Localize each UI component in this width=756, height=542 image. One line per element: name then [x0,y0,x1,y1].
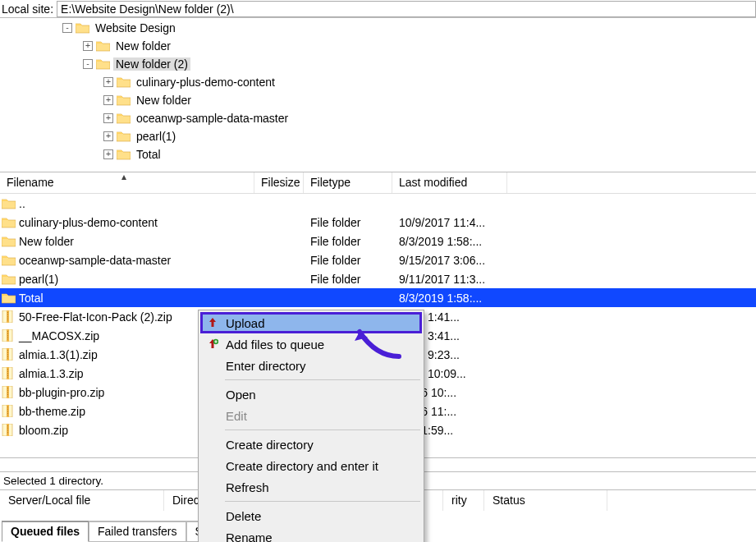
zip-icon [2,405,16,417]
folder-icon [117,94,131,106]
file-row[interactable]: pearl(1)File folder9/11/2017 11:3... [0,269,756,288]
file-modified: 9/15/2017 3:06... [392,254,507,267]
zip-icon [2,424,16,436]
tree-item[interactable]: +culinary-plus-demo-content [0,73,756,91]
tree-item[interactable]: +New folder [0,37,756,55]
menu-separator [225,379,420,380]
tab[interactable]: Queued files [2,521,89,542]
file-modified: 8/3/2019 1:58:... [392,235,507,248]
expand-icon[interactable]: + [103,149,113,159]
zip-icon [2,367,16,379]
folder-icon [2,292,16,304]
add-queue-icon [203,338,222,350]
menu-item: Edit [200,405,422,426]
annotation-arrow-icon [351,324,409,363]
menu-item-label: Rename [222,531,415,543]
file-name: culinary-plus-demo-content [19,216,158,229]
tree-item-label: New folder [113,39,173,53]
expand-icon[interactable]: + [103,113,113,123]
tree-item-label: Website Design [93,21,178,34]
menu-item[interactable]: Rename [200,526,422,542]
tree-item-label: culinary-plus-demo-content [134,76,277,89]
file-modified: 9/11/2017 11:3... [392,273,507,286]
menu-item-label: Create directory and enter it [222,459,415,473]
tree-item[interactable]: -New folder (2) [0,55,756,73]
file-modified: 10/9/2017 11:4... [392,216,507,229]
file-name: bb-plugin-pro.zip [19,386,104,399]
file-name: bloom.zip [19,424,68,437]
menu-item[interactable]: Open [200,384,422,405]
tree-item-label: pearl(1) [134,130,178,143]
folder-icon [117,113,131,124]
file-name: 50-Free-Flat-Icon-Pack (2).zip [19,310,172,324]
menu-item-label: Edit [222,409,415,423]
expand-icon[interactable]: - [62,23,72,33]
menu-item[interactable]: Refresh [200,476,422,498]
folder-icon [2,273,16,285]
col-filename[interactable]: Filename [0,172,254,193]
col-filetype[interactable]: Filetype [304,172,392,193]
col-modified[interactable]: Last modified [392,172,507,193]
file-type: File folder [304,235,392,248]
col-status[interactable]: Status [484,490,607,511]
menu-item[interactable]: Delete [200,505,422,526]
col-filesize[interactable]: Filesize [254,172,304,193]
tree-item[interactable]: +pearl(1) [0,127,756,145]
menu-item-label: Delete [222,509,415,523]
folder-icon [117,131,131,142]
upload-icon [203,317,222,328]
file-name: Total [19,292,44,305]
zip-icon [2,329,16,342]
file-name: almia.1.3(1).zip [19,348,98,361]
col-server-file[interactable]: Server/Local file [0,490,164,511]
file-name: .. [19,197,25,210]
folder-icon [76,22,89,34]
folder-tree[interactable]: -Website Design+New folder-New folder (2… [0,18,756,172]
folder-icon [2,236,16,247]
path-bar: Local site: [0,0,756,18]
menu-separator [225,501,420,502]
tree-item[interactable]: +Total [0,145,756,163]
file-type: File folder [304,273,392,286]
folder-icon [2,255,16,266]
folder-icon [117,149,131,160]
expand-icon[interactable]: + [83,41,93,51]
file-name: bb-theme.zip [19,405,85,418]
file-row[interactable]: culinary-plus-demo-contentFile folder10/… [0,213,756,232]
folder-icon [117,76,131,88]
zip-icon [2,386,16,398]
menu-item-label: Create directory [222,438,415,452]
tree-item-label: oceanwp-sample-data-master [134,112,291,125]
zip-icon [2,310,16,323]
expand-icon[interactable]: + [103,131,113,141]
tab[interactable]: Failed transfers [89,521,186,542]
path-label: Local site: [0,2,57,16]
file-row[interactable]: .. [0,194,756,213]
expand-icon[interactable]: - [83,59,93,69]
file-name: pearl(1) [19,273,58,286]
folder-icon [2,217,16,228]
folder-icon [96,40,110,52]
zip-icon [2,348,16,361]
tree-item[interactable]: +New folder [0,91,756,109]
file-name: almia.1.3.zip [19,367,84,380]
file-type: File folder [304,254,392,267]
file-type: File folder [304,216,392,229]
folder-icon [2,198,16,209]
expand-icon[interactable]: + [103,95,113,105]
file-row[interactable]: oceanwp-sample-data-masterFile folder9/1… [0,250,756,269]
col-priority[interactable]: rity [443,490,484,511]
file-row[interactable]: Total8/3/2019 1:58:... [0,288,756,307]
file-name: New folder [19,235,74,248]
file-row[interactable]: New folderFile folder8/3/2019 1:58:... [0,232,756,250]
menu-item[interactable]: Create directory [200,434,422,455]
tree-item[interactable]: +oceanwp-sample-data-master [0,109,756,127]
menu-item[interactable]: Create directory and enter it [200,455,422,476]
menu-item-label: Open [222,388,415,402]
tree-item-label: New folder [134,94,194,107]
expand-icon[interactable]: + [103,77,113,87]
tree-item[interactable]: -Website Design [0,19,756,37]
file-list-header[interactable]: Filename Filesize Filetype Last modified [0,172,756,194]
menu-item-label: Refresh [222,480,415,494]
path-input[interactable] [57,1,756,17]
